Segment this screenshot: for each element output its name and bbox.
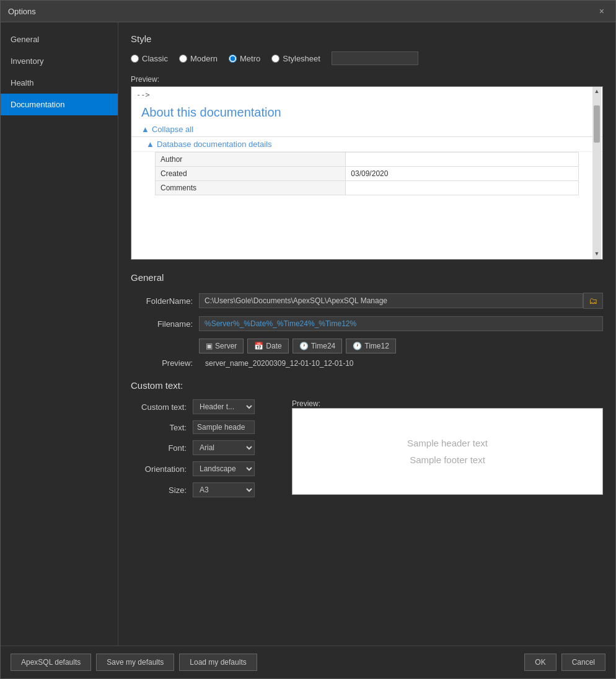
style-stylesheet-radio[interactable]: Stylesheet bbox=[271, 54, 320, 63]
folder-input-wrap: 🗂 bbox=[199, 293, 603, 309]
custom-preview-area: Preview: Sample header text Sample foote… bbox=[292, 399, 603, 495]
text-input[interactable] bbox=[193, 420, 255, 434]
preview-heading: About this documentation bbox=[131, 100, 602, 122]
general-section-title: General bbox=[131, 272, 603, 283]
custom-text-form-label: Custom text: bbox=[131, 402, 187, 412]
font-select[interactable]: Arial bbox=[193, 440, 255, 455]
custom-preview-panel: Sample header text Sample footer text bbox=[292, 408, 603, 495]
folder-label: FolderName: bbox=[131, 296, 193, 306]
custom-preview-label: Preview: bbox=[292, 399, 597, 408]
general-preview-value: server_name_20200309_12-01-10_12-01-10 bbox=[205, 359, 354, 368]
token-buttons: ▣ Server 📅 Date 🕐 Time24 🕐 Time12 bbox=[199, 339, 603, 353]
custom-form: Custom text: Header t... Text: Font: bbox=[131, 399, 279, 504]
token-server-button[interactable]: ▣ Server bbox=[199, 339, 244, 353]
main-content: General Inventory Health Documentation S… bbox=[1, 22, 615, 646]
token-time24-button[interactable]: 🕐 Time24 bbox=[293, 339, 343, 353]
bottom-right-buttons: OK Cancel bbox=[524, 654, 605, 671]
close-button[interactable]: × bbox=[596, 5, 608, 17]
ok-button[interactable]: OK bbox=[524, 654, 556, 671]
cancel-button[interactable]: Cancel bbox=[561, 654, 605, 671]
size-label: Size: bbox=[131, 486, 187, 495]
content-area: Style Classic Modern Metro Stylesheet Pr… bbox=[118, 22, 615, 646]
table-row: Comments bbox=[156, 181, 579, 195]
table-row: Author bbox=[156, 153, 579, 167]
folder-browse-button[interactable]: 🗂 bbox=[583, 293, 603, 309]
sidebar-item-inventory[interactable]: Inventory bbox=[1, 50, 118, 72]
preview-section-label: Preview: bbox=[131, 75, 603, 84]
load-my-defaults-button[interactable]: Load my defaults bbox=[179, 654, 257, 671]
style-modern-radio[interactable]: Modern bbox=[179, 54, 218, 63]
stylesheet-input[interactable] bbox=[332, 51, 418, 65]
token-time12-button[interactable]: 🕐 Time12 bbox=[346, 339, 396, 353]
sidebar-item-documentation[interactable]: Documentation bbox=[1, 94, 118, 115]
title-bar: Options × bbox=[1, 1, 615, 22]
custom-preview-footer: Sample footer text bbox=[410, 455, 485, 465]
token-date-button[interactable]: 📅 Date bbox=[247, 339, 288, 353]
dialog-title: Options bbox=[8, 7, 36, 16]
style-section-title: Style bbox=[131, 33, 603, 44]
preview-row: Preview: server_name_20200309_12-01-10_1… bbox=[131, 358, 603, 368]
apexsql-defaults-button[interactable]: ApexSQL defaults bbox=[11, 654, 91, 671]
text-row: Text: bbox=[131, 420, 279, 434]
filename-label: Filename: bbox=[131, 319, 193, 329]
preview-box: --> About this documentation ▲ Collapse … bbox=[131, 86, 603, 260]
general-section: General FolderName: 🗂 Filename: ▣ Server bbox=[131, 272, 603, 368]
font-row: Font: Arial bbox=[131, 440, 279, 455]
preview-db-section: ▲ Database documentation details bbox=[131, 137, 602, 152]
filename-input[interactable] bbox=[199, 316, 603, 331]
custom-text-title: Custom text: bbox=[131, 380, 603, 391]
size-select[interactable]: A3 A4 bbox=[193, 482, 255, 497]
style-options-row: Classic Modern Metro Stylesheet bbox=[131, 51, 603, 65]
size-row: Size: A3 A4 bbox=[131, 482, 279, 497]
filename-row: Filename: bbox=[131, 316, 603, 331]
orientation-row: Orientation: Landscape Portrait bbox=[131, 461, 279, 476]
orientation-label: Orientation: bbox=[131, 464, 187, 474]
sidebar-item-general[interactable]: General bbox=[1, 29, 118, 50]
options-dialog: Options × General Inventory Health Docum… bbox=[0, 0, 616, 679]
preview-scrollbar[interactable]: ▲ ▼ bbox=[592, 87, 601, 259]
preview-collapse: ▲ Collapse all bbox=[131, 122, 602, 137]
save-my-defaults-button[interactable]: Save my defaults bbox=[96, 654, 174, 671]
custom-text-section: Custom text: Custom text: Header t... Te… bbox=[131, 380, 603, 504]
scroll-down-arrow[interactable]: ▼ bbox=[593, 249, 601, 258]
bottom-bar: ApexSQL defaults Save my defaults Load m… bbox=[1, 646, 615, 678]
custom-text-select[interactable]: Header t... bbox=[193, 399, 255, 414]
custom-preview-header: Sample header text bbox=[407, 438, 488, 448]
scroll-up-arrow[interactable]: ▲ bbox=[593, 87, 601, 95]
table-row: Created 03/09/2020 bbox=[156, 167, 579, 181]
orientation-select[interactable]: Landscape Portrait bbox=[193, 461, 255, 476]
scrollbar-thumb[interactable] bbox=[594, 105, 600, 143]
preview-table: Author Created 03/09/2020 Comments bbox=[155, 152, 579, 195]
style-classic-radio[interactable]: Classic bbox=[131, 54, 168, 63]
custom-text-row: Custom text: Header t... bbox=[131, 399, 279, 414]
sidebar: General Inventory Health Documentation bbox=[1, 22, 118, 646]
bottom-left-buttons: ApexSQL defaults Save my defaults Load m… bbox=[11, 654, 257, 671]
text-label: Text: bbox=[131, 423, 187, 432]
folder-row: FolderName: 🗂 bbox=[131, 293, 603, 309]
custom-preview-row: Custom text: Header t... Text: Font: bbox=[131, 399, 603, 504]
general-preview-label: Preview: bbox=[131, 358, 193, 368]
folder-input[interactable] bbox=[199, 293, 583, 308]
style-metro-radio[interactable]: Metro bbox=[229, 54, 260, 63]
preview-comment: --> bbox=[131, 87, 602, 100]
font-label: Font: bbox=[131, 443, 187, 453]
sidebar-item-health[interactable]: Health bbox=[1, 72, 118, 94]
